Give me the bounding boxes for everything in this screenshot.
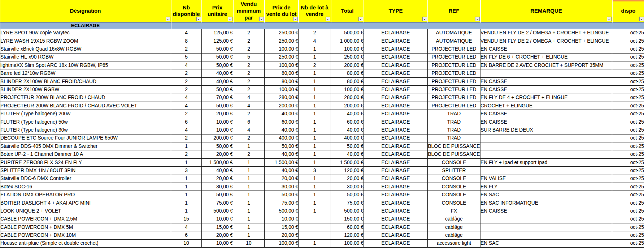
cell-vendu-minimum-par: 1	[233, 175, 265, 183]
filter-dropdown-icon: ▼	[294, 18, 297, 20]
cell-ref: PROJECTEUR LED	[428, 86, 480, 94]
cell-remarque: EN CAISSE	[480, 110, 612, 118]
cell-designation: CABLE POWERCON + DMX 5M	[0, 223, 171, 231]
cell-nb-lot-a-vendre: 1	[299, 102, 331, 110]
cell-prix-unitaire: 10,00 €	[202, 215, 233, 223]
cell-nb-disponible: 4	[171, 61, 202, 69]
cell-ref: CONSOLE	[428, 199, 480, 207]
cell-remarque	[480, 142, 612, 150]
filter-button-remarque[interactable]: ▼	[607, 17, 612, 21]
filter-button-prix-unitaire[interactable]: ▼	[228, 17, 232, 21]
cell-designation: LYRE SPOT 90w copie Varytec	[0, 29, 171, 37]
cell-ref: cablâge	[428, 231, 480, 239]
filter-button-vendu-minimum-par[interactable]: ▼	[259, 17, 264, 21]
cell-prix-vente-lot: 100,00 €	[265, 86, 299, 94]
table-row: CABLE POWERCON + DMX 5M415,00 €115,00 €6…	[0, 223, 644, 231]
cell-type: ECLAIRAGE	[364, 167, 428, 175]
cell-nb-disponible: 1	[171, 158, 202, 166]
cell-vendu-minimum-par: 1	[233, 215, 265, 223]
cell-prix-vente-lot: 280,00 €	[265, 94, 299, 102]
cell-nb-lot-a-vendre: 1	[299, 110, 331, 118]
header-prix-vente-lot: Prix de vente du lot▼	[265, 0, 299, 22]
cell-dispo: oct-25	[612, 223, 644, 231]
cell-designation: Stairville HL-x90 RGBW	[0, 53, 171, 61]
header-row-cells: Désignation▼Nb disponible▼Prix unitaire▼…	[0, 0, 644, 22]
cell-designation: Stairville DDS-405 DMX Dimmer & Switcher	[0, 142, 171, 150]
filter-button-ref[interactable]: ▼	[475, 17, 480, 21]
cell-type: ECLAIRAGE	[364, 77, 428, 85]
cell-nb-disponible: 1	[171, 207, 202, 215]
cell-designation: CABLE POWERCON + DMX 2,5M	[0, 215, 171, 223]
table-row: Stairville HL-x90 RGBW550,00 €5250,00 €1…	[0, 53, 644, 61]
cell-prix-vente-lot: 100,00 €	[265, 239, 299, 247]
cell-dispo: oct-25	[612, 61, 644, 69]
cell-total: 50,00 €	[331, 142, 364, 150]
cell-remarque: VENDU EN FLY DE 2 / OMEGA + CROCHET + EL…	[480, 37, 612, 45]
section-row-eclairage: ECLAIRAGE	[0, 22, 644, 29]
cell-prix-unitaire: 50,00 €	[202, 53, 233, 61]
cell-prix-vente-lot: 50,00 €	[265, 191, 299, 199]
header-label-ref: REF	[449, 8, 460, 14]
filter-button-nb-lot-a-vendre[interactable]: ▼	[326, 17, 330, 21]
cell-type: ECLAIRAGE	[364, 61, 428, 69]
cell-nb-disponible: 1	[171, 191, 202, 199]
filter-button-nb-disponible[interactable]: ▼	[196, 17, 201, 21]
filter-button-designation[interactable]: ▼	[166, 17, 170, 21]
cell-remarque: EN FLY + Ipad et support Ipad	[480, 158, 612, 166]
cell-nb-lot-a-vendre: 2	[299, 29, 331, 37]
cell-vendu-minimum-par: 1	[233, 158, 265, 166]
cell-dispo: oct-25	[612, 126, 644, 134]
cell-ref: CONSOLE	[428, 158, 480, 166]
cell-nb-lot-a-vendre	[299, 223, 331, 231]
cell-dispo: oct-25	[612, 142, 644, 150]
cell-remarque	[480, 150, 612, 158]
cell-type: ECLAIRAGE	[364, 142, 428, 150]
filter-button-prix-vente-lot[interactable]: ▼	[293, 17, 298, 21]
cell-nb-disponible: 8	[171, 37, 202, 45]
cell-prix-unitaire: 15,00 €	[202, 223, 233, 231]
cell-nb-lot-a-vendre: 1	[299, 69, 331, 77]
section-band	[171, 22, 612, 29]
table-row: CABLE POWERCON + DMX 2,5M1510,00 €110,00…	[0, 215, 644, 223]
cell-prix-unitaire: 20,00 €	[202, 175, 233, 183]
table-row: Botex UP-2 - 1 Channel Dimmer 10 A220,00…	[0, 150, 644, 158]
cell-ref: PROJECTEUR LED	[428, 94, 480, 102]
cell-total: 30,00 €	[331, 183, 364, 191]
table-row: Stairville xBrick Quad 16x8W RGBW250,00 …	[0, 45, 644, 53]
cell-dispo: oct-25	[612, 215, 644, 223]
header-row: Désignation▼Nb disponible▼Prix unitaire▼…	[0, 0, 644, 22]
filter-button-type[interactable]: ▼	[422, 17, 427, 21]
filter-button-dispo[interactable]: ▼	[639, 17, 644, 21]
cell-prix-vente-lot: 40,00 €	[265, 150, 299, 158]
cell-type: ECLAIRAGE	[364, 37, 428, 45]
cell-designation: FLUTER (Type halogene) 50w	[0, 118, 171, 126]
cell-ref: PROJECTEUR LED	[428, 77, 480, 85]
cell-total: 100,00 €	[331, 45, 364, 53]
header-label-prix-unitaire: Prix unitaire	[208, 4, 227, 17]
cell-nb-lot-a-vendre: 1	[299, 142, 331, 150]
header-label-type: TYPE	[388, 8, 402, 14]
cell-remarque	[480, 223, 612, 231]
cell-nb-lot-a-vendre: 1	[299, 191, 331, 199]
cell-prix-vente-lot: 20,00 €	[265, 175, 299, 183]
cell-remarque: EN FLY DE 6 + CROCHET + ELINGUE	[480, 53, 612, 61]
filter-dropdown-icon: ▼	[476, 18, 479, 20]
filter-dropdown-icon: ▼	[327, 18, 329, 20]
cell-vendu-minimum-par: 2	[233, 61, 265, 69]
cell-dispo: oct-25	[612, 183, 644, 191]
cell-remarque	[480, 215, 612, 223]
filter-button-total[interactable]: ▼	[358, 17, 363, 21]
table-row: FLUTER (Type halogene) 50w610,00 €660,00…	[0, 118, 644, 126]
cell-prix-unitaire: 50,00 €	[202, 142, 233, 150]
cell-dispo: oct-25	[612, 29, 644, 37]
cell-type: ECLAIRAGE	[364, 199, 428, 207]
table-row: BLINDER 2X100W BLANC FROID/CHAUD240,00 €…	[0, 77, 644, 85]
cell-remarque	[480, 167, 612, 175]
cell-dispo: oct-25	[612, 175, 644, 183]
table-row: ELATION DMX OPERATOR PRO150,00 €150,00 €…	[0, 191, 644, 199]
cell-designation: LYRE WASH 19X15 RGBW ZOOM	[0, 37, 171, 45]
cell-vendu-minimum-par: 1	[233, 231, 265, 239]
table-row: SPLITTER DMX 1IN / 8OUT 3PIN340,00 €140,…	[0, 167, 644, 175]
cell-nb-disponible: 2	[171, 86, 202, 94]
cell-vendu-minimum-par: 2	[233, 45, 265, 53]
